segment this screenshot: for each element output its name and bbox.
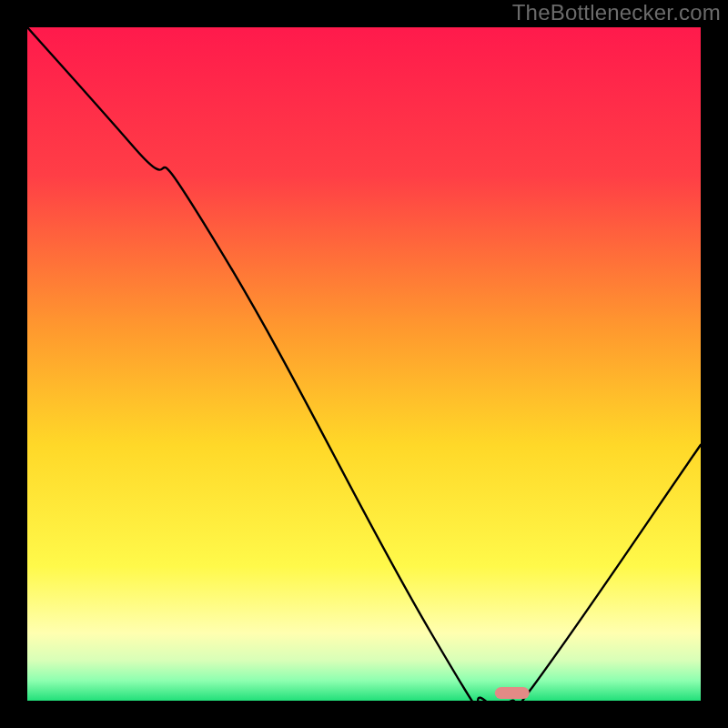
chart-frame: TheBottlenecker.com (0, 0, 728, 728)
attribution-watermark: TheBottlenecker.com (512, 0, 721, 25)
bottleneck-chart (27, 27, 701, 701)
chart-background (27, 27, 701, 701)
optimal-marker (495, 687, 530, 699)
